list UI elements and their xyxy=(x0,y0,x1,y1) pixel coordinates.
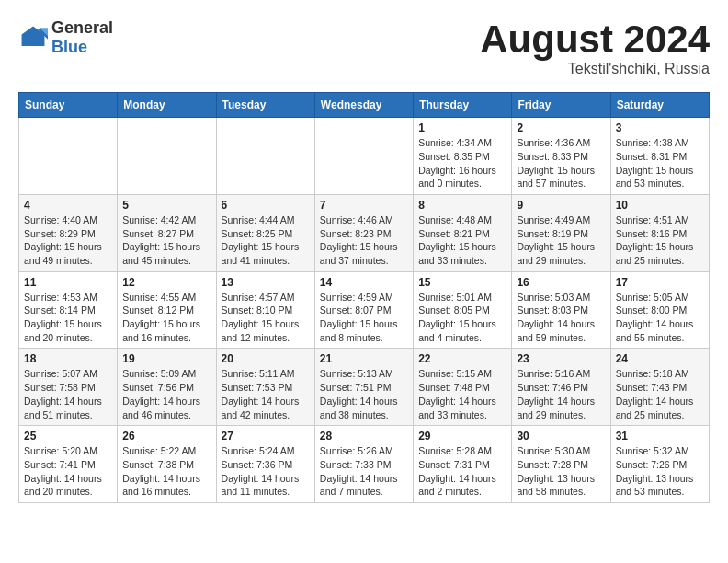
day-number: 26 xyxy=(122,430,210,442)
calendar-cell: 9Sunrise: 4:49 AM Sunset: 8:19 PM Daylig… xyxy=(512,194,610,271)
header-day-sunday: Sunday xyxy=(19,93,118,118)
calendar-cell: 21Sunrise: 5:13 AM Sunset: 7:51 PM Dayli… xyxy=(314,349,413,426)
day-info: Sunrise: 4:59 AM Sunset: 8:07 PM Dayligh… xyxy=(320,291,408,345)
day-number: 30 xyxy=(517,430,605,442)
calendar-cell: 16Sunrise: 5:03 AM Sunset: 8:03 PM Dayli… xyxy=(512,271,610,349)
day-info: Sunrise: 5:09 AM Sunset: 7:56 PM Dayligh… xyxy=(122,367,210,421)
day-info: Sunrise: 4:51 AM Sunset: 8:16 PM Dayligh… xyxy=(616,213,704,268)
day-number: 6 xyxy=(222,199,310,212)
day-info: Sunrise: 5:13 AM Sunset: 7:51 PM Dayligh… xyxy=(320,367,408,421)
day-number: 14 xyxy=(320,276,408,289)
calendar-cell: 15Sunrise: 5:01 AM Sunset: 8:05 PM Dayli… xyxy=(414,271,512,349)
calendar-cell xyxy=(19,118,118,195)
week-row-2: 4Sunrise: 4:40 AM Sunset: 8:29 PM Daylig… xyxy=(19,194,710,271)
calendar-cell: 5Sunrise: 4:42 AM Sunset: 8:27 PM Daylig… xyxy=(118,194,216,271)
header-row: SundayMondayTuesdayWednesdayThursdayFrid… xyxy=(19,93,710,118)
day-number: 17 xyxy=(616,276,704,289)
day-info: Sunrise: 5:01 AM Sunset: 8:05 PM Dayligh… xyxy=(418,291,506,345)
day-info: Sunrise: 4:34 AM Sunset: 8:35 PM Dayligh… xyxy=(418,136,506,190)
day-info: Sunrise: 5:15 AM Sunset: 7:48 PM Dayligh… xyxy=(418,367,506,421)
day-number: 15 xyxy=(418,276,506,289)
day-info: Sunrise: 4:42 AM Sunset: 8:27 PM Dayligh… xyxy=(122,213,210,268)
week-row-3: 11Sunrise: 4:53 AM Sunset: 8:14 PM Dayli… xyxy=(19,271,710,349)
day-info: Sunrise: 4:49 AM Sunset: 8:19 PM Dayligh… xyxy=(517,213,605,268)
calendar-cell: 10Sunrise: 4:51 AM Sunset: 8:16 PM Dayli… xyxy=(610,194,709,271)
week-row-5: 25Sunrise: 5:20 AM Sunset: 7:41 PM Dayli… xyxy=(19,426,710,503)
day-number: 22 xyxy=(418,352,506,365)
day-info: Sunrise: 4:53 AM Sunset: 8:14 PM Dayligh… xyxy=(24,291,112,345)
header-day-saturday: Saturday xyxy=(610,93,709,118)
header-day-tuesday: Tuesday xyxy=(216,93,314,118)
calendar-cell: 13Sunrise: 4:57 AM Sunset: 8:10 PM Dayli… xyxy=(216,271,314,349)
calendar-cell: 22Sunrise: 5:15 AM Sunset: 7:48 PM Dayli… xyxy=(414,349,512,426)
day-number: 12 xyxy=(122,276,210,289)
day-info: Sunrise: 5:18 AM Sunset: 7:43 PM Dayligh… xyxy=(616,367,704,421)
calendar-cell: 4Sunrise: 4:40 AM Sunset: 8:29 PM Daylig… xyxy=(19,194,118,271)
day-info: Sunrise: 5:30 AM Sunset: 7:28 PM Dayligh… xyxy=(517,444,605,499)
calendar-cell: 30Sunrise: 5:30 AM Sunset: 7:28 PM Dayli… xyxy=(512,426,610,503)
day-number: 1 xyxy=(418,121,506,134)
day-info: Sunrise: 5:22 AM Sunset: 7:38 PM Dayligh… xyxy=(122,444,210,499)
logo-icon xyxy=(18,23,48,52)
calendar-cell xyxy=(216,118,314,195)
day-number: 3 xyxy=(616,121,704,134)
day-info: Sunrise: 4:38 AM Sunset: 8:31 PM Dayligh… xyxy=(616,136,704,190)
day-number: 5 xyxy=(122,199,210,212)
day-number: 23 xyxy=(517,352,605,365)
calendar-cell: 31Sunrise: 5:32 AM Sunset: 7:26 PM Dayli… xyxy=(610,426,709,503)
calendar-cell: 25Sunrise: 5:20 AM Sunset: 7:41 PM Dayli… xyxy=(19,426,118,503)
calendar-cell: 28Sunrise: 5:26 AM Sunset: 7:33 PM Dayli… xyxy=(314,426,413,503)
calendar-cell xyxy=(118,118,216,195)
day-number: 21 xyxy=(320,352,408,365)
day-number: 24 xyxy=(616,352,704,365)
logo: General Blue xyxy=(18,18,113,57)
day-number: 4 xyxy=(24,199,112,212)
calendar-cell: 8Sunrise: 4:48 AM Sunset: 8:21 PM Daylig… xyxy=(414,194,512,271)
day-info: Sunrise: 4:40 AM Sunset: 8:29 PM Dayligh… xyxy=(24,213,112,268)
week-row-1: 1Sunrise: 4:34 AM Sunset: 8:35 PM Daylig… xyxy=(19,118,710,195)
day-info: Sunrise: 5:26 AM Sunset: 7:33 PM Dayligh… xyxy=(320,444,408,499)
day-number: 8 xyxy=(418,199,506,212)
page-header: General Blue August 2024 Tekstil'shchiki… xyxy=(18,18,710,77)
calendar-cell: 27Sunrise: 5:24 AM Sunset: 7:36 PM Dayli… xyxy=(216,426,314,503)
day-info: Sunrise: 5:05 AM Sunset: 8:00 PM Dayligh… xyxy=(616,291,704,345)
calendar-cell: 1Sunrise: 4:34 AM Sunset: 8:35 PM Daylig… xyxy=(414,118,512,195)
calendar-cell: 29Sunrise: 5:28 AM Sunset: 7:31 PM Dayli… xyxy=(414,426,512,503)
day-info: Sunrise: 5:28 AM Sunset: 7:31 PM Dayligh… xyxy=(418,444,506,499)
day-number: 13 xyxy=(222,276,310,289)
logo-general-text: General xyxy=(51,18,113,38)
day-number: 11 xyxy=(24,276,112,289)
day-number: 19 xyxy=(122,352,210,365)
logo-blue-text: Blue xyxy=(51,38,113,57)
day-info: Sunrise: 5:11 AM Sunset: 7:53 PM Dayligh… xyxy=(222,367,310,421)
day-info: Sunrise: 4:46 AM Sunset: 8:23 PM Dayligh… xyxy=(320,213,408,268)
calendar-cell: 11Sunrise: 4:53 AM Sunset: 8:14 PM Dayli… xyxy=(19,271,118,349)
day-number: 7 xyxy=(320,199,408,212)
day-info: Sunrise: 5:24 AM Sunset: 7:36 PM Dayligh… xyxy=(222,444,310,499)
day-info: Sunrise: 5:16 AM Sunset: 7:46 PM Dayligh… xyxy=(517,367,605,421)
calendar-cell: 18Sunrise: 5:07 AM Sunset: 7:58 PM Dayli… xyxy=(19,349,118,426)
week-row-4: 18Sunrise: 5:07 AM Sunset: 7:58 PM Dayli… xyxy=(19,349,710,426)
day-number: 9 xyxy=(517,199,605,212)
calendar-table: SundayMondayTuesdayWednesdayThursdayFrid… xyxy=(18,92,710,503)
day-info: Sunrise: 4:44 AM Sunset: 8:25 PM Dayligh… xyxy=(222,213,310,268)
calendar-cell: 26Sunrise: 5:22 AM Sunset: 7:38 PM Dayli… xyxy=(118,426,216,503)
day-info: Sunrise: 4:36 AM Sunset: 8:33 PM Dayligh… xyxy=(517,136,605,190)
location-title: Tekstil'shchiki, Russia xyxy=(480,61,710,77)
header-day-friday: Friday xyxy=(512,93,610,118)
day-number: 27 xyxy=(222,430,310,442)
day-info: Sunrise: 5:20 AM Sunset: 7:41 PM Dayligh… xyxy=(24,444,112,499)
calendar-cell: 20Sunrise: 5:11 AM Sunset: 7:53 PM Dayli… xyxy=(216,349,314,426)
title-block: August 2024 Tekstil'shchiki, Russia xyxy=(480,18,710,77)
calendar-cell: 12Sunrise: 4:55 AM Sunset: 8:12 PM Dayli… xyxy=(118,271,216,349)
day-number: 31 xyxy=(616,430,704,442)
day-number: 16 xyxy=(517,276,605,289)
header-day-wednesday: Wednesday xyxy=(314,93,413,118)
logo-text: General Blue xyxy=(51,18,113,57)
header-day-monday: Monday xyxy=(118,93,216,118)
day-info: Sunrise: 5:32 AM Sunset: 7:26 PM Dayligh… xyxy=(616,444,704,499)
day-info: Sunrise: 5:03 AM Sunset: 8:03 PM Dayligh… xyxy=(517,291,605,345)
calendar-cell: 24Sunrise: 5:18 AM Sunset: 7:43 PM Dayli… xyxy=(610,349,709,426)
calendar-cell: 23Sunrise: 5:16 AM Sunset: 7:46 PM Dayli… xyxy=(512,349,610,426)
day-info: Sunrise: 5:07 AM Sunset: 7:58 PM Dayligh… xyxy=(24,367,112,421)
